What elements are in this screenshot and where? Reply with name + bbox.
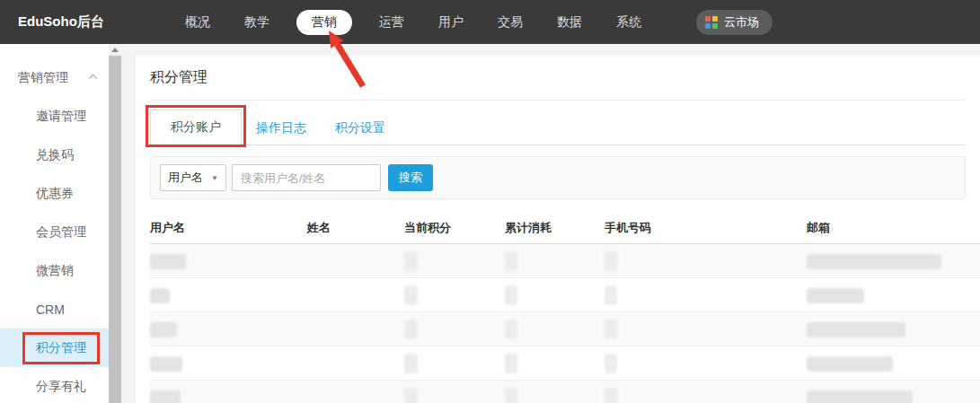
- search-input[interactable]: [232, 164, 381, 191]
- redacted-phone: [605, 251, 617, 271]
- sidebar-item-wechat-marketing[interactable]: 微营销: [0, 251, 109, 290]
- sidebar-item-invitations[interactable]: 邀请管理: [0, 97, 109, 136]
- redacted-points: [404, 320, 418, 339]
- chevron-up-icon: [89, 74, 98, 83]
- redacted-consumed: [505, 320, 517, 339]
- header-name: 姓名: [307, 220, 404, 236]
- table-row[interactable]: [150, 381, 980, 403]
- sidebar-item-membership[interactable]: 会员管理: [0, 213, 109, 251]
- nav-data[interactable]: 数据: [557, 14, 582, 31]
- nav-operation[interactable]: 运营: [379, 14, 404, 31]
- header-email: 邮箱: [807, 220, 980, 236]
- redacted-email: [807, 356, 893, 372]
- scrollbar-up-arrow[interactable]: [109, 44, 121, 56]
- redacted-email: [807, 254, 941, 269]
- redacted-points: [404, 251, 418, 271]
- tab-points-settings[interactable]: 积分设置: [321, 111, 400, 145]
- sidebar-item-points-management[interactable]: 积分管理: [0, 329, 109, 367]
- sidebar-group-marketing[interactable]: 营销管理: [0, 58, 109, 97]
- nav-overview[interactable]: 概况: [185, 14, 210, 31]
- search-button[interactable]: 搜索: [388, 164, 433, 191]
- redacted-consumed: [505, 388, 517, 403]
- redacted-points: [404, 388, 418, 403]
- table-row[interactable]: [150, 244, 980, 278]
- redacted-username: [150, 322, 177, 337]
- nav-system[interactable]: 系统: [616, 14, 641, 31]
- tab-operation-log[interactable]: 操作日志: [242, 111, 321, 145]
- tab-bar: 积分账户 操作日志 积分设置: [150, 110, 966, 145]
- topbar: EduSoho后台 概况 教学 营销 运营 用户 交易 数据 系统 云市场: [0, 0, 980, 44]
- redacted-email: [807, 322, 905, 337]
- app-grid-icon: [705, 16, 718, 29]
- table-row[interactable]: [150, 278, 980, 312]
- sidebar-item-coupons[interactable]: 优惠券: [0, 174, 109, 213]
- page-title: 积分管理: [150, 68, 966, 100]
- select-value: 用户名: [168, 170, 203, 186]
- main-content: 积分管理 积分账户 操作日志 积分设置 用户名 ▼ 搜索 用户名 姓名 当前积分…: [136, 56, 980, 403]
- table-header-row: 用户名 姓名 当前积分 累计消耗 手机号码 邮箱: [150, 212, 980, 244]
- tab-points-accounts[interactable]: 积分账户: [150, 110, 242, 145]
- sidebar-group-label: 营销管理: [18, 70, 68, 86]
- table-row[interactable]: [150, 312, 980, 346]
- search-field-select[interactable]: 用户名 ▼: [160, 164, 226, 191]
- redacted-phone: [605, 285, 617, 305]
- sidebar-item-redeem-codes[interactable]: 兑换码: [0, 136, 109, 174]
- scrollbar-thumb[interactable]: [109, 56, 121, 403]
- redacted-phone: [605, 320, 617, 339]
- nav-teaching[interactable]: 教学: [244, 14, 269, 31]
- app-title: EduSoho后台: [18, 13, 104, 31]
- nav-users[interactable]: 用户: [438, 14, 464, 31]
- top-navigation: 概况 教学 营销 运营 用户 交易 数据 系统: [185, 10, 641, 35]
- sidebar: 营销管理 邀请管理 兑换码 优惠券 会员管理 微营销 CRM 积分管理 分享有礼: [0, 44, 109, 403]
- cloud-market-button[interactable]: 云市场: [696, 10, 773, 35]
- redacted-username: [150, 356, 182, 372]
- redacted-username: [150, 288, 170, 303]
- sidebar-scrollbar[interactable]: [109, 44, 121, 403]
- redacted-consumed: [505, 251, 517, 271]
- redacted-points: [404, 354, 418, 373]
- redacted-phone: [605, 388, 617, 403]
- redacted-consumed: [505, 285, 517, 305]
- nav-marketing-active[interactable]: 营销: [296, 10, 352, 35]
- points-accounts-table: 用户名 姓名 当前积分 累计消耗 手机号码 邮箱: [150, 212, 980, 403]
- header-username: 用户名: [150, 220, 307, 236]
- header-phone: 手机号码: [605, 220, 807, 236]
- redacted-username: [150, 390, 181, 403]
- sidebar-active-label-red-box: 积分管理: [22, 332, 100, 364]
- search-panel: 用户名 ▼ 搜索: [150, 156, 966, 199]
- redacted-points: [404, 285, 418, 305]
- header-current-points: 当前积分: [404, 220, 505, 236]
- table-row[interactable]: [150, 346, 980, 381]
- caret-down-icon: ▼: [211, 174, 218, 182]
- redacted-email: [807, 390, 913, 403]
- cloud-market-label: 云市场: [724, 14, 759, 31]
- redacted-consumed: [505, 354, 517, 373]
- divider: [150, 100, 966, 101]
- redacted-phone: [605, 354, 617, 373]
- sidebar-item-crm[interactable]: CRM: [0, 290, 109, 329]
- redacted-username: [150, 254, 186, 269]
- redacted-email: [807, 288, 864, 303]
- sidebar-item-share-gifts[interactable]: 分享有礼: [0, 367, 109, 403]
- nav-trade[interactable]: 交易: [498, 14, 523, 31]
- header-total-consumed: 累计消耗: [505, 220, 605, 236]
